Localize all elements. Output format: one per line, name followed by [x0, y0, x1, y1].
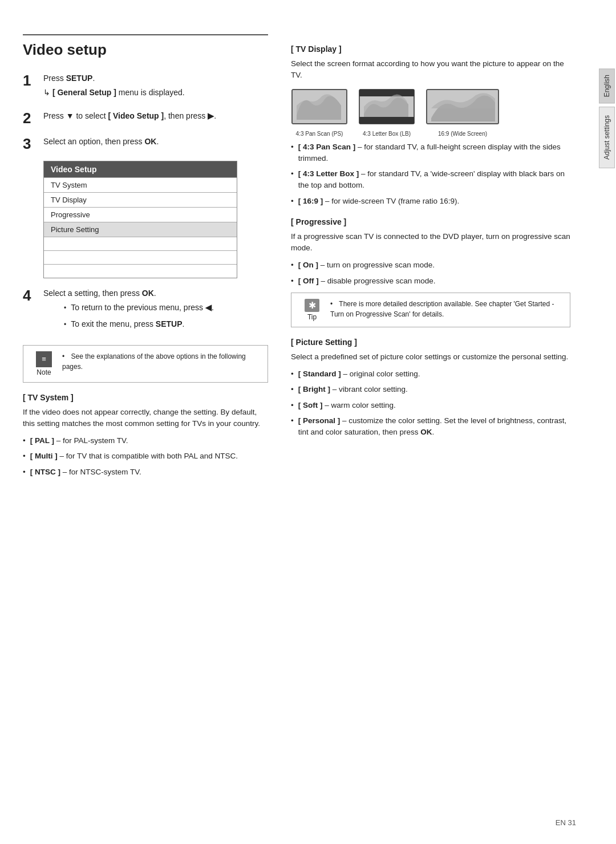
sub-step-exit-text: To exit the menu, press SETUP. [71, 318, 184, 330]
svg-rect-3 [359, 117, 414, 124]
progressive-body: If a progressive scan TV is connected to… [291, 231, 570, 254]
tv-images-row: 4:3 Pan Scan (PS) 4:3 Letter Box (LB) [291, 88, 570, 137]
step-2-number: 2 [23, 110, 43, 127]
list-item: • [ Standard ] – original color setting. [291, 368, 570, 380]
setup-keyword: SETUP [156, 319, 183, 328]
sub-step-return: • To return to the previous menu, press … [64, 302, 268, 314]
bullet-icon: • [23, 466, 26, 478]
table-row-tv-system: TV System [44, 177, 237, 192]
tv-display-bullets: • [ 4:3 Pan Scan ] – for standard TV, a … [291, 141, 570, 207]
list-item-text: [ Personal ] – customize the color setti… [298, 415, 570, 439]
note-icon: ≡ [36, 351, 52, 367]
table-row-label: Picture Setting [51, 225, 142, 234]
progressive-bullets: • [ On ] – turn on progressive scan mode… [291, 259, 570, 287]
pan-scan-label: 4:3 Pan Scan (PS) [296, 131, 343, 137]
picture-setting-title: [ Picture Setting ] [291, 338, 570, 347]
bullet-icon: • [291, 384, 294, 395]
personal-key: [ Personal ] [298, 416, 341, 425]
step-1-setup-keyword: SETUP [66, 74, 93, 83]
list-item-text: [ Standard ] – original color setting. [298, 368, 420, 380]
step-1-content: Press SETUP. ↳ [ General Setup ] menu is… [43, 72, 268, 101]
list-item: • [ Bright ] – vibrant color setting. [291, 384, 570, 395]
wide-screen-label: 16:9 (Wide Screen) [438, 131, 487, 137]
bullet-icon: • [291, 196, 294, 207]
tv-system-title: [ TV System ] [23, 393, 268, 402]
standard-key: [ Standard ] [298, 370, 341, 378]
bullet-icon: • [291, 141, 294, 165]
picture-setting-body: Select a predefined set of picture color… [291, 351, 570, 363]
list-item-text: [ 16:9 ] – for wide-screen TV (frame rat… [298, 196, 460, 207]
list-item: • [ 4:3 Pan Scan ] – for standard TV, a … [291, 141, 570, 165]
bullet-icon: • [64, 319, 66, 330]
step-2-video-setup: [ Video Setup ] [108, 111, 164, 120]
list-item-text: [ PAL ] – for PAL-system TV. [30, 435, 128, 447]
table-row-tv-display: TV Display [44, 192, 237, 207]
list-item: • [ Soft ] – warm color setting. [291, 400, 570, 411]
sub-step-exit: • To exit the menu, press SETUP. [64, 318, 268, 330]
list-item: • [ 16:9 ] – for wide-screen TV (frame r… [291, 196, 570, 207]
pal-key: [ PAL ] [30, 436, 54, 445]
bullet-icon: • [291, 168, 294, 192]
note-text: See the explanations of the above option… [62, 352, 246, 371]
tv-display-body: Select the screen format according to ho… [291, 58, 570, 82]
step-1: 1 Press SETUP. ↳ [ General Setup ] menu … [23, 72, 268, 101]
step-3-content: Select an option, then press OK. [43, 136, 268, 150]
step-3-number: 3 [23, 136, 43, 152]
letter-box-key: [ 4:3 Letter Box ] [298, 169, 359, 178]
table-row-progressive: Progressive [44, 207, 237, 222]
step-4-sub-steps: • To return to the previous menu, press … [64, 302, 268, 330]
tip-label: Tip [307, 313, 317, 321]
soft-key: [ Soft ] [298, 401, 323, 409]
step-4-ok: OK [142, 289, 154, 298]
list-item: • [ 4:3 Letter Box ] – for standard TV, … [291, 168, 570, 192]
bright-key: [ Bright ] [298, 385, 330, 393]
bullet-icon: • [330, 300, 333, 308]
list-item: • [ NTSC ] – for NTSC-system TV. [23, 466, 268, 478]
list-item: • [ Personal ] – customize the color set… [291, 415, 570, 439]
off-key: [ Off ] [298, 277, 319, 285]
list-item-text: [ On ] – turn on progressive scan mode. [298, 259, 435, 271]
bullet-icon: • [291, 415, 294, 439]
list-item-text: [ 4:3 Pan Scan ] – for standard TV, a fu… [298, 141, 570, 165]
multi-key: [ Multi ] [30, 452, 58, 460]
table-row-label: Progressive [51, 210, 142, 219]
tv-image-letter-box: 4:3 Letter Box (LB) [358, 88, 415, 137]
english-tab: English [599, 68, 615, 103]
table-row-empty-2 [44, 250, 237, 264]
list-item-text: [ Soft ] – warm color setting. [298, 400, 396, 411]
step-4-number: 4 [23, 287, 43, 304]
tip-box: ✱ Tip • There is more detailed descripti… [291, 293, 570, 327]
progressive-title: [ Progressive ] [291, 217, 570, 226]
list-item-text: [ Multi ] – for TV that is compatible wi… [30, 451, 238, 462]
picture-setting-bullets: • [ Standard ] – original color setting.… [291, 368, 570, 438]
list-item-text: [ Bright ] – vibrant color setting. [298, 384, 408, 395]
ok-keyword: OK [420, 428, 432, 436]
table-row-empty-3 [44, 264, 237, 278]
tv-display-title: [ TV Display ] [291, 44, 570, 54]
step-3-ok: OK [144, 137, 156, 146]
ntsc-key: [ NTSC ] [30, 468, 60, 476]
tv-image-wide-screen: 16:9 (Wide Screen) [425, 88, 500, 137]
step-3: 3 Select an option, then press OK. [23, 136, 268, 152]
side-tab: English Adjust settings [598, 68, 616, 168]
adjust-tab: Adjust settings [599, 107, 615, 168]
page: English Adjust settings Video setup 1 Pr… [0, 0, 616, 844]
main-content: Video setup 1 Press SETUP. ↳ [ General S… [0, 34, 616, 810]
svg-rect-2 [359, 90, 414, 96]
on-key: [ On ] [298, 261, 318, 269]
sub-step-return-text: To return to the previous menu, press ◀. [71, 302, 214, 314]
bullet-icon: • [23, 451, 26, 462]
list-item-text: [ 4:3 Letter Box ] – for standard TV, a … [298, 168, 570, 192]
note-box: ≡ Note • See the explanations of the abo… [23, 345, 268, 382]
list-item: • [ Off ] – disable progressive scan mod… [291, 275, 570, 287]
list-item: • [ PAL ] – for PAL-system TV. [23, 435, 268, 447]
letter-box-svg [358, 88, 415, 128]
step-2-arrow-right: ▶ [208, 111, 214, 120]
sixteen-nine-key: [ 16:9 ] [298, 197, 323, 205]
step-1-menu-text: [ General Setup ] [52, 88, 116, 97]
bullet-icon: • [291, 275, 294, 287]
list-item: • [ Multi ] – for TV that is compatible … [23, 451, 268, 462]
table-row-label: TV Display [51, 196, 142, 204]
step-2: 2 Press ▼ to select [ Video Setup ], the… [23, 110, 268, 127]
bullet-icon: • [62, 352, 64, 360]
